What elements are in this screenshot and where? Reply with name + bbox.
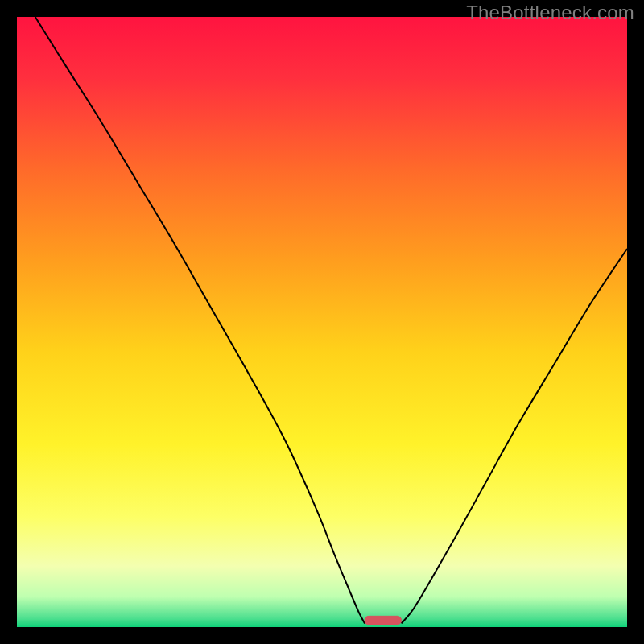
bottleneck-marker xyxy=(365,616,401,625)
chart-frame: TheBottleneck.com xyxy=(0,0,644,644)
plot-area xyxy=(17,17,627,627)
watermark-text: TheBottleneck.com xyxy=(466,2,634,24)
gradient-chart xyxy=(17,17,627,627)
chart-background xyxy=(17,17,627,627)
